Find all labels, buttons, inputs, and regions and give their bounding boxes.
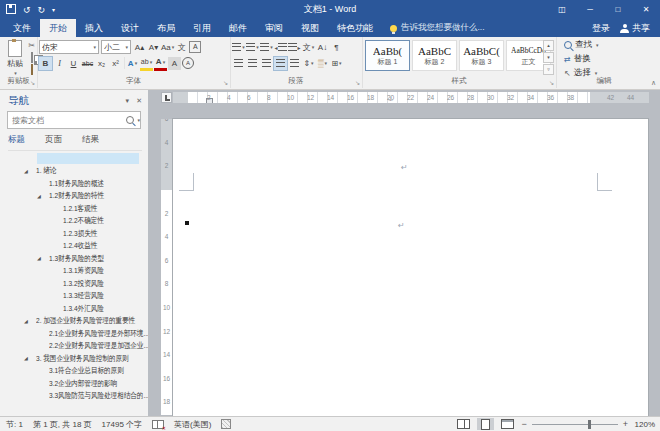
italic-button[interactable]: I	[53, 57, 66, 70]
redo-button[interactable]: ↻	[38, 5, 46, 15]
font-dialog-launcher[interactable]: ↘	[223, 80, 228, 86]
nav-item[interactable]: ◢2. 加强企业财务风险管理的重要性	[0, 315, 148, 328]
nav-item[interactable]: 1.2.3损失性	[0, 227, 148, 240]
page-indicator[interactable]: 第 1 页, 共 18 页	[33, 419, 92, 430]
replace-button[interactable]: ⇄ 替换	[564, 53, 652, 65]
numbering-button[interactable]: ▾	[246, 41, 259, 54]
tab-布局[interactable]: 布局	[148, 19, 184, 37]
phonetic-guide-button[interactable]: 文	[175, 41, 188, 54]
nav-tab-标题[interactable]: 标题	[8, 134, 25, 146]
nav-item[interactable]: 1.2.1客观性	[0, 202, 148, 215]
find-button[interactable]: 查找 ▾	[564, 39, 652, 51]
ribbon-display-options-button[interactable]: ◫	[548, 0, 576, 19]
tab-特色功能[interactable]: 特色功能	[328, 19, 382, 37]
undo-button[interactable]: ↺	[23, 5, 31, 15]
proofing-status-icon[interactable]	[152, 419, 164, 428]
nav-tab-结果[interactable]: 结果	[82, 134, 99, 146]
nav-item[interactable]: ◢3. 我国企业财务风险控制的原则	[0, 352, 148, 365]
subscript-button[interactable]: x₂	[95, 57, 108, 70]
minimize-button[interactable]: ─	[576, 0, 604, 19]
collapse-icon[interactable]: ◢	[37, 193, 49, 199]
paragraph-dialog-launcher[interactable]: ↘	[355, 80, 360, 86]
zoom-slider-thumb[interactable]	[588, 420, 591, 429]
tab-插入[interactable]: 插入	[76, 19, 112, 37]
tab-selector[interactable]	[161, 92, 172, 103]
character-border-button[interactable]: A	[189, 41, 201, 53]
input-mode-icon[interactable]	[221, 419, 231, 429]
text-effects-button[interactable]: A▾	[126, 57, 139, 70]
distribute-button[interactable]	[288, 57, 301, 70]
collapse-icon[interactable]: ◢	[24, 355, 36, 361]
tab-开始[interactable]: 开始	[40, 19, 76, 37]
change-case-button[interactable]: Aa▾	[161, 41, 174, 54]
collapse-icon[interactable]: ◢	[37, 255, 49, 261]
styles-dialog-launcher[interactable]: ↘	[549, 80, 554, 86]
nav-item[interactable]: 3.3风险防范与风险处理相结合的...	[0, 390, 148, 403]
line-spacing-button[interactable]: ⇕▾	[302, 57, 315, 70]
show-marks-button[interactable]: ¶	[330, 41, 343, 54]
superscript-button[interactable]: x²	[109, 57, 122, 70]
nav-item[interactable]: 1.3.1筹资风险	[0, 265, 148, 278]
nav-item[interactable]: 1.2.4收益性	[0, 240, 148, 253]
h-ruler[interactable]: ⊥ 24681012141618202224262830323436384244	[173, 92, 649, 103]
web-layout-button[interactable]	[499, 418, 516, 430]
language-indicator[interactable]: 英语(美国)	[174, 419, 211, 430]
font-color-button[interactable]: A▾	[154, 55, 167, 71]
style-card-标题 1[interactable]: AaBb(标题 1	[365, 40, 410, 71]
shrink-font-button[interactable]: A▾	[147, 41, 160, 54]
print-layout-button[interactable]	[477, 418, 494, 430]
align-center-button[interactable]	[246, 57, 259, 70]
style-card-标题 2[interactable]: AaBbC标题 2	[412, 40, 457, 71]
word-count[interactable]: 17495 个字	[102, 419, 142, 430]
decrease-indent-button[interactable]: ◂	[274, 41, 287, 54]
format-painter-button[interactable]	[31, 65, 33, 74]
cut-button[interactable]: ✂	[28, 41, 35, 50]
tab-邮件[interactable]: 邮件	[220, 19, 256, 37]
align-left-button[interactable]	[232, 57, 245, 70]
justify-button[interactable]	[274, 57, 287, 70]
copy-button[interactable]	[31, 53, 33, 62]
style-card-标题 3[interactable]: AaBbC(标题 3	[459, 40, 504, 71]
maximize-button[interactable]: □	[604, 0, 632, 19]
customize-qat-button[interactable]: ▾	[52, 6, 55, 13]
search-options-icon[interactable]: ▾	[137, 117, 140, 123]
nav-close-button[interactable]: ✕	[136, 97, 142, 105]
nav-item[interactable]: 1.3.3经营风险	[0, 290, 148, 303]
selection-handle[interactable]	[185, 221, 189, 225]
borders-button[interactable]: ⊞▾	[330, 57, 343, 70]
zoom-out-button[interactable]: −	[521, 419, 526, 429]
strikethrough-button[interactable]: abc	[81, 57, 94, 70]
collapse-ribbon-button[interactable]: ∧	[651, 79, 656, 87]
sign-in-button[interactable]: 登录	[592, 22, 610, 35]
increase-indent-button[interactable]: ▸	[288, 41, 301, 54]
underline-button[interactable]: U	[67, 57, 80, 70]
close-button[interactable]: ✕	[632, 0, 660, 19]
nav-item[interactable]: 1.2.2不确定性	[0, 215, 148, 228]
zoom-in-button[interactable]: +	[623, 419, 628, 429]
bold-button[interactable]: B	[39, 57, 52, 70]
nav-item[interactable]	[0, 152, 148, 165]
font-name-select[interactable]: 仿宋 ▾	[39, 40, 99, 54]
font-size-select[interactable]: 小二 ▾	[101, 40, 131, 54]
nav-item[interactable]: ◢1.2财务风险的特性	[0, 190, 148, 203]
tab-file[interactable]: 文件	[4, 19, 40, 37]
enclose-characters-button[interactable]: A	[182, 57, 194, 69]
character-shading-button[interactable]: A	[168, 57, 181, 70]
read-mode-button[interactable]	[455, 418, 472, 430]
align-right-button[interactable]	[260, 57, 273, 70]
v-ruler[interactable]: 24624681012141618	[161, 119, 172, 415]
nav-item[interactable]: 3.2企业内部管理的影响	[0, 377, 148, 390]
share-button[interactable]: 共享	[620, 22, 650, 35]
clipboard-dialog-launcher[interactable]: ↘	[30, 80, 35, 86]
search-icon[interactable]	[126, 116, 134, 124]
gallery-down-button[interactable]: ▾	[543, 52, 554, 63]
tab-设计[interactable]: 设计	[112, 19, 148, 37]
collapse-icon[interactable]: ◢	[24, 318, 36, 324]
asian-layout-button[interactable]: 文▾	[302, 41, 315, 54]
nav-item[interactable]: ◢1.3财务风险的类型	[0, 252, 148, 265]
nav-item[interactable]: 2.2企业财务风险管理是加强企业...	[0, 340, 148, 353]
sort-button[interactable]: A↓	[316, 41, 329, 54]
nav-options-button[interactable]: ▾	[126, 97, 130, 105]
nav-item[interactable]: 2.1企业财务风险管理是外部环境...	[0, 327, 148, 340]
shading-button[interactable]: ▒▾	[316, 57, 329, 70]
